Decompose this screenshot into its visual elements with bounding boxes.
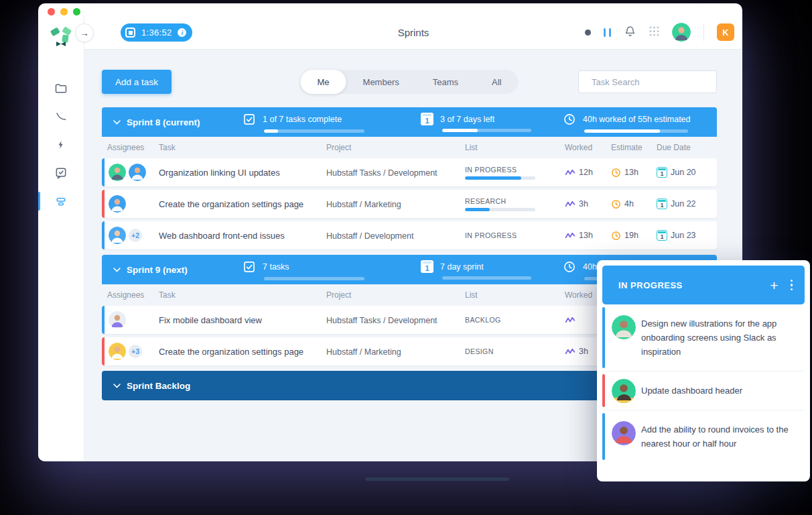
- calendar-icon: 1: [421, 113, 433, 125]
- status-dot-icon: [585, 30, 591, 36]
- timer-info-icon[interactable]: i: [178, 28, 186, 37]
- sprint-8-header[interactable]: Sprint 8 (current) 1 of 7 tasks complete: [102, 107, 717, 137]
- task-search: [578, 70, 717, 93]
- avatar: [109, 227, 126, 244]
- list-status: BACKLOG: [465, 316, 565, 324]
- board-card[interactable]: Design new illustrations for the app onb…: [602, 304, 805, 371]
- chevron-down-icon: [113, 384, 121, 388]
- sprint-title: Sprint Backlog: [127, 381, 190, 391]
- task-name: Create the organization settings page: [159, 199, 303, 209]
- chart-curve-icon: [54, 110, 68, 123]
- search-input[interactable]: [592, 77, 709, 87]
- sidebar: [38, 15, 84, 461]
- task-row[interactable]: +2 Web dashboard front-end issues Hubsta…: [102, 221, 717, 249]
- task-name: Web dashboard front-end issues: [159, 231, 285, 241]
- sprint-8-section: Sprint 8 (current) 1 of 7 tasks complete: [102, 107, 717, 249]
- extra-assignees-badge: +2: [129, 229, 142, 242]
- project-name: Hubstaff / Development: [326, 231, 413, 241]
- project-name: Hubstaff Tasks / Development: [326, 316, 437, 325]
- progress-bar: [264, 277, 364, 280]
- column-menu-button[interactable]: [791, 280, 793, 291]
- sprints-bars-icon: [54, 194, 68, 208]
- clock-icon: [563, 113, 576, 126]
- list-status: RESEARCH: [465, 197, 565, 205]
- top-appbar: → 1:36:52 i Sprints: [84, 15, 742, 50]
- in-progress-board-panel: IN PROGRESS + Design new illustrations f…: [597, 260, 810, 481]
- task-name: Organization linking UI updates: [159, 168, 280, 178]
- task-row[interactable]: Create the organization settings page Hu…: [102, 190, 717, 218]
- tab-teams[interactable]: Teams: [416, 70, 475, 94]
- board-column-header: IN PROGRESS +: [602, 266, 805, 304]
- add-task-button[interactable]: Add a task: [102, 70, 172, 94]
- card-text: Design new illustrations for the app onb…: [641, 317, 799, 359]
- clock-icon: [611, 231, 621, 241]
- due-date-cell: 1 Jun 22: [657, 198, 717, 209]
- board-card[interactable]: Update dashboard header: [602, 371, 805, 410]
- chevron-down-icon: [113, 268, 121, 272]
- worked-cell: 13h: [565, 231, 611, 240]
- calendar-icon: 1: [421, 260, 433, 273]
- close-window-button[interactable]: [48, 8, 55, 15]
- sidebar-item-projects[interactable]: [38, 74, 84, 103]
- zoom-window-button[interactable]: [73, 8, 80, 15]
- checklist-bubble-icon: [54, 166, 68, 180]
- notifications-button[interactable]: [624, 25, 636, 40]
- pause-bars-icon: [604, 28, 611, 37]
- project-name: Hubstaff / Marketing: [326, 200, 401, 209]
- calendar-icon: 1: [657, 230, 667, 241]
- tasks-stat: 7 tasks: [243, 260, 364, 280]
- estimate-cell: 13h: [611, 168, 657, 178]
- sidebar-item-reports[interactable]: [38, 103, 84, 131]
- list-status: IN PROGRESS: [465, 166, 565, 174]
- checkbox-icon: [243, 113, 256, 126]
- minimize-window-button[interactable]: [60, 8, 68, 15]
- progress-bar: [584, 129, 688, 133]
- stop-timer-icon[interactable]: [125, 27, 135, 38]
- tab-members[interactable]: Members: [346, 70, 416, 94]
- sprint-8-column-headers: Assignees Task Project List Worked Estim…: [102, 137, 717, 158]
- tab-all[interactable]: All: [475, 70, 518, 94]
- apps-menu-button[interactable]: [649, 26, 659, 39]
- activity-zigzag-icon: [565, 200, 576, 208]
- list-status: DESIGN: [465, 347, 565, 355]
- avatar: [109, 311, 126, 329]
- user-avatar[interactable]: [672, 23, 691, 42]
- task-name: Create the organization settings page: [159, 347, 303, 357]
- search-icon: [586, 77, 586, 87]
- activity-zigzag-icon: [565, 347, 576, 355]
- avatar: [612, 379, 636, 403]
- clock-icon: [611, 199, 621, 209]
- add-card-button[interactable]: +: [770, 278, 778, 292]
- task-row[interactable]: Organization linking UI updates Hubstaff…: [102, 158, 717, 186]
- board-column-title: IN PROGRESS: [618, 280, 683, 290]
- worked-cell: 3h: [565, 199, 611, 209]
- sprint-title: Sprint 8 (current): [127, 117, 200, 127]
- assignees-cell: +3: [102, 343, 159, 360]
- chevron-down-icon: [113, 120, 121, 125]
- tab-me[interactable]: Me: [301, 70, 346, 94]
- due-date-cell: 1 Jun 23: [657, 230, 717, 241]
- due-date-cell: 1 Jun 20: [657, 167, 717, 178]
- toolbar: Add a task Me Members Teams All: [102, 70, 717, 94]
- sidebar-nav: [38, 74, 84, 215]
- collapse-sidebar-button[interactable]: →: [75, 23, 94, 42]
- card-text: Update dashboard header: [641, 384, 799, 398]
- board-card[interactable]: Add the ability to round invoices to the…: [602, 410, 805, 463]
- checkbox-icon: [243, 260, 256, 274]
- list-progress-bar: [465, 208, 535, 211]
- timer-widget[interactable]: 1:36:52 i: [121, 23, 192, 42]
- calendar-icon: 1: [657, 167, 667, 178]
- window-titlebar: [38, 3, 742, 15]
- sidebar-item-sprints[interactable]: [38, 187, 84, 215]
- estimate-cell: 19h: [611, 231, 657, 241]
- sidebar-item-activity[interactable]: [38, 131, 84, 159]
- sidebar-item-tasks[interactable]: [38, 159, 84, 187]
- estimate-cell: 4h: [611, 199, 657, 209]
- activity-zigzag-icon: [565, 231, 576, 239]
- task-name: Fix mobile dashboard view: [159, 315, 262, 325]
- project-name: Hubstaff Tasks / Development: [326, 168, 437, 178]
- avatar: [612, 315, 636, 339]
- folder-icon: [54, 82, 68, 95]
- organization-badge[interactable]: K: [717, 23, 734, 41]
- extra-assignees-badge: +3: [129, 345, 142, 358]
